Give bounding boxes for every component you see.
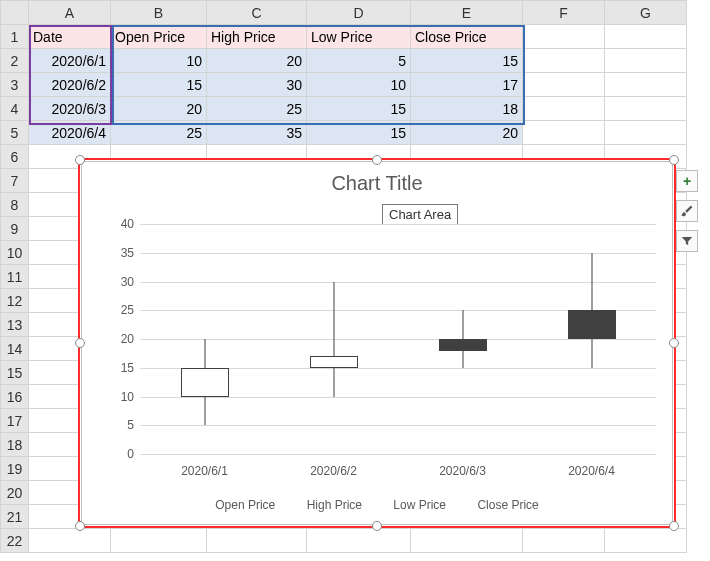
row-header[interactable]: 22 xyxy=(1,529,29,553)
select-all-corner[interactable] xyxy=(1,1,29,25)
candlestick-body[interactable] xyxy=(181,368,229,397)
chart-resize-handle[interactable] xyxy=(75,155,85,165)
cell[interactable]: Date xyxy=(29,25,111,49)
chart-title[interactable]: Chart Title xyxy=(82,172,672,195)
chart-object[interactable]: Chart Title Chart Area 05101520253035402… xyxy=(78,158,676,528)
cell[interactable] xyxy=(605,97,687,121)
col-header[interactable]: G xyxy=(605,1,687,25)
cell[interactable]: 25 xyxy=(207,97,307,121)
col-header[interactable]: C xyxy=(207,1,307,25)
chart-resize-handle[interactable] xyxy=(669,338,679,348)
cell[interactable]: 17 xyxy=(411,73,523,97)
cell[interactable]: 15 xyxy=(307,97,411,121)
cell[interactable]: 5 xyxy=(307,49,411,73)
col-header[interactable]: F xyxy=(523,1,605,25)
chart-styles-button[interactable] xyxy=(676,200,698,222)
col-header[interactable]: A xyxy=(29,1,111,25)
cell[interactable]: Open Price xyxy=(111,25,207,49)
cell[interactable]: 18 xyxy=(411,97,523,121)
row-header[interactable]: 9 xyxy=(1,217,29,241)
legend-item[interactable]: Close Price xyxy=(477,498,538,512)
cell[interactable]: 25 xyxy=(111,121,207,145)
cell[interactable]: 2020/6/3 xyxy=(29,97,111,121)
row-header[interactable]: 10 xyxy=(1,241,29,265)
row-header[interactable]: 2 xyxy=(1,49,29,73)
col-header[interactable]: D xyxy=(307,1,411,25)
legend-item[interactable]: High Price xyxy=(307,498,362,512)
cell[interactable] xyxy=(605,529,687,553)
cell[interactable]: Close Price xyxy=(411,25,523,49)
cell[interactable]: 10 xyxy=(307,73,411,97)
cell[interactable] xyxy=(207,529,307,553)
cell[interactable] xyxy=(605,73,687,97)
row-header[interactable]: 14 xyxy=(1,337,29,361)
cell[interactable]: 2020/6/1 xyxy=(29,49,111,73)
row-header[interactable]: 6 xyxy=(1,145,29,169)
chart-resize-handle[interactable] xyxy=(372,155,382,165)
candlestick-body[interactable] xyxy=(439,339,487,351)
col-header[interactable]: E xyxy=(411,1,523,25)
cell[interactable]: 10 xyxy=(111,49,207,73)
chart-filter-button[interactable] xyxy=(676,230,698,252)
candlestick-body[interactable] xyxy=(310,356,358,368)
chart-legend[interactable]: Open Price High Price Low Price Close Pr… xyxy=(82,498,672,512)
row-header[interactable]: 18 xyxy=(1,433,29,457)
cell[interactable] xyxy=(605,121,687,145)
cell[interactable]: 15 xyxy=(111,73,207,97)
cell[interactable] xyxy=(523,529,605,553)
candlestick-wick[interactable] xyxy=(333,282,334,397)
cell[interactable]: 30 xyxy=(207,73,307,97)
row-header[interactable]: 1 xyxy=(1,25,29,49)
chart-resize-handle[interactable] xyxy=(669,155,679,165)
cell[interactable] xyxy=(605,25,687,49)
chart-resize-handle[interactable] xyxy=(372,521,382,531)
chart-add-element-button[interactable]: + xyxy=(676,170,698,192)
cell[interactable] xyxy=(523,73,605,97)
cell[interactable]: 20 xyxy=(111,97,207,121)
candlestick-body[interactable] xyxy=(568,310,616,339)
cell[interactable]: 20 xyxy=(411,121,523,145)
cell[interactable] xyxy=(29,529,111,553)
row-header[interactable]: 16 xyxy=(1,385,29,409)
row-header[interactable]: 5 xyxy=(1,121,29,145)
cell[interactable] xyxy=(307,529,411,553)
chart-resize-handle[interactable] xyxy=(75,338,85,348)
cell[interactable]: 2020/6/4 xyxy=(29,121,111,145)
legend-item[interactable]: Open Price xyxy=(215,498,275,512)
row-header[interactable]: 3 xyxy=(1,73,29,97)
cell[interactable] xyxy=(523,25,605,49)
cell[interactable] xyxy=(523,49,605,73)
chart-resize-handle[interactable] xyxy=(75,521,85,531)
table-row: 4 2020/6/3 20 25 15 18 xyxy=(1,97,687,121)
cell[interactable] xyxy=(411,529,523,553)
row-header[interactable]: 11 xyxy=(1,265,29,289)
cell[interactable] xyxy=(523,121,605,145)
cell[interactable]: 15 xyxy=(307,121,411,145)
chart-area[interactable]: Chart Title Chart Area 05101520253035402… xyxy=(81,161,673,525)
cell[interactable] xyxy=(523,97,605,121)
legend-item[interactable]: Low Price xyxy=(393,498,446,512)
cell[interactable]: 35 xyxy=(207,121,307,145)
y-tick-label: 20 xyxy=(104,332,134,346)
row-header[interactable]: 8 xyxy=(1,193,29,217)
chart-plot-area[interactable]: 05101520253035402020/6/12020/6/22020/6/3… xyxy=(140,224,656,454)
y-tick-label: 0 xyxy=(104,447,134,461)
chart-resize-handle[interactable] xyxy=(669,521,679,531)
row-header[interactable]: 17 xyxy=(1,409,29,433)
row-header[interactable]: 15 xyxy=(1,361,29,385)
cell[interactable]: 20 xyxy=(207,49,307,73)
col-header[interactable]: B xyxy=(111,1,207,25)
row-header[interactable]: 13 xyxy=(1,313,29,337)
cell[interactable] xyxy=(605,49,687,73)
row-header[interactable]: 20 xyxy=(1,481,29,505)
row-header[interactable]: 19 xyxy=(1,457,29,481)
row-header[interactable]: 21 xyxy=(1,505,29,529)
cell[interactable]: 2020/6/2 xyxy=(29,73,111,97)
cell[interactable]: High Price xyxy=(207,25,307,49)
cell[interactable] xyxy=(111,529,207,553)
row-header[interactable]: 12 xyxy=(1,289,29,313)
row-header[interactable]: 7 xyxy=(1,169,29,193)
row-header[interactable]: 4 xyxy=(1,97,29,121)
cell[interactable]: 15 xyxy=(411,49,523,73)
cell[interactable]: Low Price xyxy=(307,25,411,49)
